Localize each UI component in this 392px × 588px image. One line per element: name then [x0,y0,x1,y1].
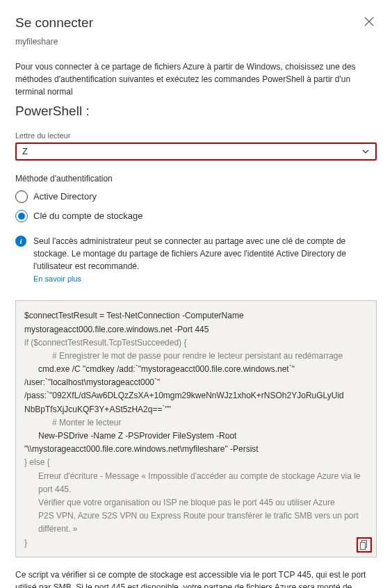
radio-icon-selected [15,210,28,222]
copy-icon [360,540,368,550]
svg-rect-1 [361,542,366,549]
radio-active-directory[interactable]: Active Directory [15,190,377,203]
drive-letter-label: Lettre du lecteur [15,131,377,141]
intro-text: Pour vous connecter à ce partage de fich… [15,60,377,98]
powershell-code-block: $connectTestResult = Test-NetConnection … [15,300,377,557]
chevron-down-icon [361,147,370,156]
section-title: PowerShell : [15,102,377,121]
radio-label-ad: Active Directory [33,190,97,203]
panel-subtitle: myfileshare [15,36,377,48]
close-button[interactable] [361,13,377,33]
drive-letter-value: Z [22,145,28,158]
copy-button[interactable] [357,537,372,553]
info-text: Seul l'accès administrateur peut se conn… [33,235,377,285]
close-icon [364,17,374,26]
radio-storage-key[interactable]: Clé du compte de stockage [15,210,377,222]
radio-label-key: Clé du compte de stockage [33,210,143,222]
explanation-text: Ce script va vérifier si ce compte de st… [15,569,377,588]
learn-more-link[interactable]: En savoir plus [33,275,81,283]
info-icon: i [15,236,26,247]
radio-icon [15,190,28,203]
panel-title: Se connecter [15,14,93,33]
drive-letter-select[interactable]: Z [15,142,377,161]
auth-method-label: Méthode d'authentification [15,173,377,185]
